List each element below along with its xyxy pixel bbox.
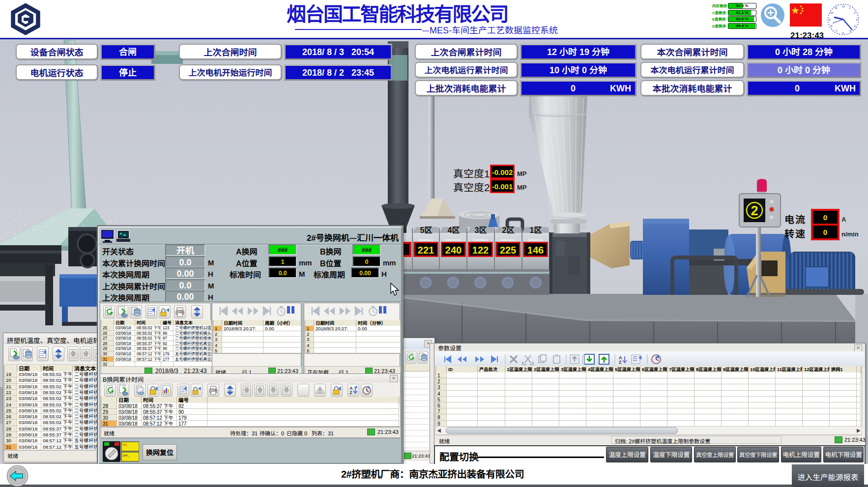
svg-text:2: 2 [751,203,758,218]
svg-text:Z: Z [349,390,352,395]
svg-text:A: A [349,386,352,391]
svg-text:ON_: ON_ [122,443,128,446]
svg-text:OFF_: OFF_ [122,454,130,457]
svg-text:Z: Z [619,360,622,365]
